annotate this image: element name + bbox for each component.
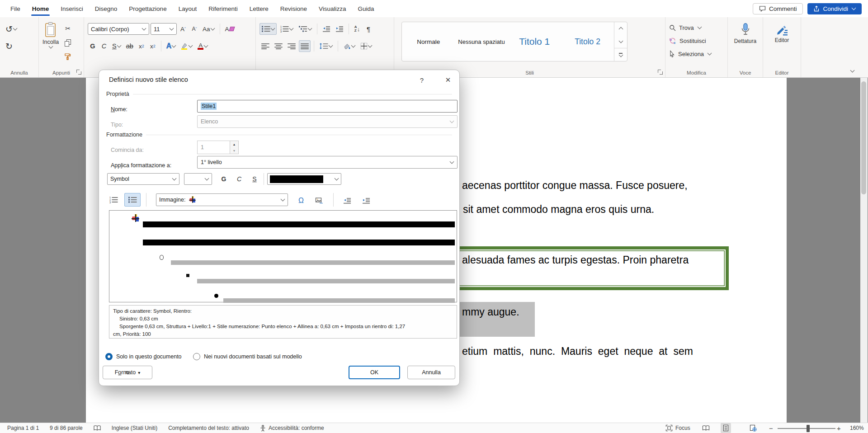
doc-shaded-text[interactable]: mmy augue. (462, 306, 519, 318)
numbering-button[interactable]: 123 (278, 23, 295, 35)
dictate-button[interactable]: Dettatura (731, 23, 759, 44)
shading-button[interactable] (341, 40, 357, 52)
clipboard-dialog-launcher-icon[interactable] (76, 70, 81, 75)
symbol-insert-button[interactable]: Ω (294, 194, 308, 207)
italic-button[interactable]: C (99, 40, 109, 52)
tab-file[interactable]: File (5, 0, 26, 17)
page-indicator[interactable]: Pagina 1 di 1 (7, 425, 39, 431)
apply-formatting-dropdown[interactable]: 1° livello (197, 156, 458, 169)
comments-button[interactable]: Commenti (753, 3, 803, 14)
doc-green-bordered-paragraph[interactable]: alesuada fames ac turpis egestas. Proin … (452, 246, 729, 290)
editor-button[interactable]: Editor (767, 23, 797, 43)
tab-home[interactable]: Home (26, 0, 55, 17)
clear-formatting-button[interactable]: A (223, 23, 236, 35)
align-center-button[interactable] (273, 40, 284, 52)
style-titolo-1[interactable]: Titolo 1 (508, 22, 561, 61)
tab-progettazione[interactable]: Progettazione (123, 0, 172, 17)
subscript-button[interactable]: x2 (137, 40, 146, 52)
zoom-in-button[interactable]: + (837, 423, 841, 433)
vertical-scrollbar[interactable] (860, 78, 868, 423)
format-painter-button[interactable] (62, 51, 73, 62)
styles-scroll-up-button[interactable] (614, 22, 627, 35)
tab-layout[interactable]: Layout (173, 0, 203, 17)
word-count[interactable]: 9 di 86 parole (50, 425, 83, 431)
language-indicator[interactable]: Inglese (Stati Uniti) (112, 425, 157, 431)
shrink-font-button[interactable]: Aˇ (189, 23, 199, 35)
dialog-underline-button[interactable]: S (248, 172, 261, 186)
strikethrough-button[interactable]: ab (124, 40, 135, 52)
doc-paragraph-1-line-1[interactable]: aecenas porttitor congue massa. Fusce po… (462, 179, 688, 192)
line-spacing-button[interactable] (317, 40, 335, 52)
doc-boxed-text[interactable]: alesuada fames ac turpis egestas. Proin … (462, 254, 689, 266)
doc-paragraph-1-line-2[interactable]: sit amet commodo magna eros quis urna. (463, 203, 654, 216)
copy-button[interactable] (63, 37, 73, 48)
new-documents-radio[interactable]: Nei nuovi documenti basati sul modello (193, 353, 302, 360)
cut-button[interactable]: ✂ (63, 23, 73, 34)
dialog-decrease-indent-button[interactable] (340, 194, 355, 207)
align-right-button[interactable] (286, 40, 297, 52)
find-button[interactable]: Trova (669, 22, 724, 33)
underline-button[interactable]: S (110, 40, 123, 52)
highlight-button[interactable] (179, 40, 194, 52)
bullet-font-dropdown[interactable]: Symbol (107, 173, 179, 185)
image-bullet-dropdown[interactable]: Immagine: (156, 193, 288, 206)
style-titolo-2[interactable]: Titolo 2 (561, 22, 614, 61)
tab-revisione[interactable]: Revisione (274, 0, 313, 17)
only-this-document-radio[interactable]: Solo in questo documento (105, 353, 182, 360)
read-mode-button[interactable] (702, 423, 710, 433)
bold-button[interactable]: G (88, 40, 98, 52)
superscript-button[interactable]: x2 (148, 40, 158, 52)
ok-button[interactable]: OK (349, 366, 400, 379)
multilevel-list-button[interactable] (297, 23, 314, 35)
help-button[interactable]: ? (415, 74, 428, 86)
doc-paragraph-3[interactable]: etium mattis, nunc. Mauris eget neque at… (462, 345, 693, 358)
print-layout-button[interactable] (721, 423, 731, 433)
cancel-button[interactable]: Annulla (407, 366, 455, 379)
show-paragraph-marks-button[interactable]: ¶ (363, 23, 373, 35)
bullet-color-dropdown[interactable] (267, 173, 341, 185)
text-effects-button[interactable]: A (165, 40, 178, 52)
dialog-bullets-button[interactable] (124, 193, 141, 207)
styles-more-button[interactable] (614, 48, 627, 61)
name-input[interactable]: Stile1 (197, 100, 458, 113)
dialog-numbering-button[interactable]: 123 (106, 193, 121, 207)
style-normale[interactable]: Normale (402, 22, 455, 61)
scrollbar-thumb[interactable] (861, 81, 866, 194)
accessibility-indicator[interactable]: Accessibilità: conforme (260, 425, 324, 432)
justify-button[interactable] (299, 40, 311, 52)
doc-shaded-paragraph[interactable]: mmy augue. (452, 302, 535, 337)
close-icon[interactable]: ✕ (442, 74, 454, 86)
tab-lettere[interactable]: Lettere (244, 0, 274, 17)
paste-button[interactable]: Incolla (42, 22, 59, 62)
font-color-button[interactable]: A (196, 40, 210, 52)
undo-button[interactable]: ↺ (4, 23, 19, 35)
proofing-icon[interactable] (94, 425, 101, 431)
tab-visualizza[interactable]: Visualizza (313, 0, 352, 17)
change-case-button[interactable]: Aa (201, 23, 217, 35)
zoom-slider-track[interactable] (778, 428, 835, 429)
zoom-level[interactable]: 160% (850, 423, 864, 433)
borders-button[interactable] (359, 40, 374, 52)
web-layout-button[interactable] (750, 423, 757, 433)
tab-inserisci[interactable]: Inserisci (55, 0, 89, 17)
font-size-combo[interactable]: 11 (151, 23, 177, 35)
select-button[interactable]: Seleziona (669, 48, 724, 60)
grow-font-button[interactable]: Aˆ (178, 23, 188, 35)
dialog-bold-button[interactable]: G (217, 172, 230, 186)
align-left-button[interactable] (259, 40, 271, 52)
collapse-ribbon-icon[interactable] (850, 68, 855, 73)
zoom-out-button[interactable]: − (769, 423, 773, 433)
styles-scroll-down-button[interactable] (614, 35, 627, 47)
tab-riferimenti[interactable]: Riferimenti (203, 0, 244, 17)
dialog-italic-button[interactable]: C (233, 172, 245, 186)
styles-dialog-launcher-icon[interactable] (658, 70, 663, 75)
zoom-slider-thumb[interactable] (807, 425, 810, 432)
style-nessuna-spaziatura[interactable]: Nessuna spaziatu (455, 22, 508, 61)
tab-disegno[interactable]: Disegno (89, 0, 123, 17)
text-completion-indicator[interactable]: Completamento del testo: attivato (168, 425, 249, 431)
font-name-combo[interactable]: Calibri (Corpo) (88, 23, 149, 35)
tab-guida[interactable]: Guida (352, 0, 380, 17)
bullets-button[interactable] (259, 23, 277, 35)
dialog-increase-indent-button[interactable] (359, 194, 374, 207)
increase-indent-button[interactable] (334, 23, 345, 35)
